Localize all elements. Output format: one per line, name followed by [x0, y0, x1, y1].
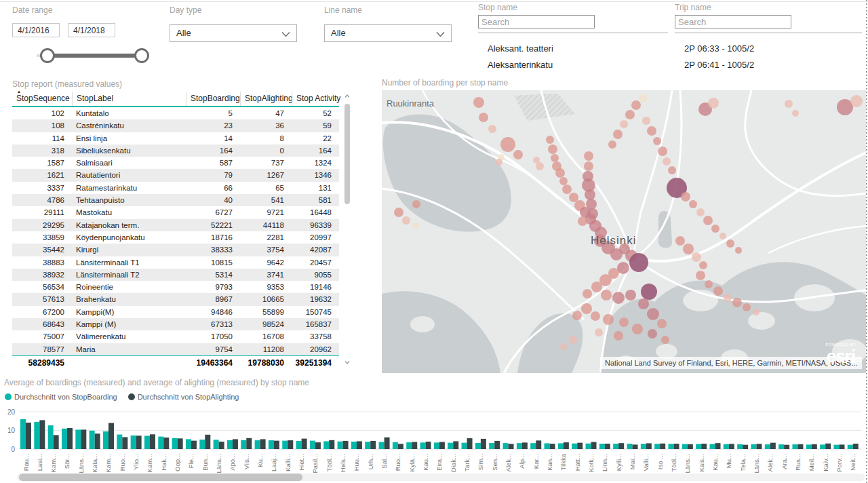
date-start-input[interactable] [12, 23, 60, 37]
bar-boarding[interactable] [613, 444, 618, 449]
bar-alighting[interactable] [329, 440, 334, 449]
bar-alighting[interactable] [288, 440, 293, 449]
map-bubble[interactable] [792, 110, 799, 117]
table-row[interactable]: 108Castréninkatu233659 [12, 119, 339, 132]
map-bubble[interactable] [513, 150, 523, 159]
map-bubble[interactable] [689, 200, 697, 208]
slider-handle-start[interactable] [40, 48, 55, 63]
map-bubble[interactable] [681, 192, 690, 201]
map-bubble[interactable] [726, 239, 734, 248]
bar-alighting[interactable] [412, 442, 417, 449]
scroll-up-icon[interactable] [344, 93, 351, 100]
map-bubble[interactable] [402, 216, 410, 225]
bar-alighting[interactable] [812, 444, 817, 449]
bar-boarding[interactable] [751, 444, 756, 449]
map-bubble[interactable] [675, 236, 685, 246]
map-bubble[interactable] [647, 308, 659, 320]
table-row[interactable]: 1587Salmisaari5877371324 [12, 157, 339, 169]
map-bubble[interactable] [629, 253, 648, 272]
bar-boarding[interactable] [296, 441, 302, 449]
bar-boarding[interactable] [724, 444, 729, 449]
scroll-down-icon[interactable] [344, 359, 351, 366]
bar-alighting[interactable] [274, 441, 279, 449]
map-bubble[interactable] [648, 329, 657, 339]
map-bubble[interactable] [647, 126, 656, 136]
map-bubble[interactable] [743, 303, 751, 311]
bar-alighting[interactable] [577, 443, 583, 449]
bar-alighting[interactable] [550, 444, 555, 449]
bar-boarding[interactable] [420, 442, 426, 449]
bar-alighting[interactable] [426, 442, 431, 449]
bar-boarding[interactable] [641, 444, 646, 449]
bar-boarding[interactable] [406, 442, 412, 449]
map-bubble[interactable] [560, 343, 567, 350]
bar-alighting[interactable] [357, 441, 362, 449]
bar-boarding[interactable] [682, 444, 688, 449]
bar-boarding[interactable] [462, 443, 467, 449]
bar-boarding[interactable] [393, 442, 398, 449]
map-bubble[interactable] [613, 130, 623, 139]
bar-boarding[interactable] [792, 444, 797, 449]
map-bubble[interactable] [488, 125, 496, 133]
bar-boarding[interactable] [310, 441, 315, 449]
map-bubble[interactable] [850, 95, 863, 107]
map-bubble[interactable] [578, 216, 587, 226]
table-row[interactable]: 33859Köydenpunojankatu18716228120997 [12, 231, 339, 244]
bar-boarding[interactable] [848, 445, 853, 449]
map-bubble[interactable] [642, 117, 650, 125]
bar-alighting[interactable] [509, 444, 514, 449]
bar-alighting[interactable] [633, 444, 638, 449]
table-row[interactable]: 68643Kamppi (M)6731398524165837 [12, 318, 339, 330]
bar-alighting[interactable] [246, 438, 252, 449]
bar-alighting[interactable] [674, 444, 679, 449]
bar-alighting[interactable] [108, 423, 114, 450]
column-header-stopboarding[interactable]: StopBoarding [186, 92, 240, 106]
bar-boarding[interactable] [255, 440, 260, 449]
bar-alighting[interactable] [439, 442, 445, 449]
bar-boarding[interactable] [503, 443, 509, 449]
map-bubble[interactable] [658, 147, 667, 156]
map-bubble[interactable] [548, 144, 557, 154]
bar-alighting[interactable] [122, 437, 127, 449]
bar-alighting[interactable] [494, 441, 500, 449]
map-bubble[interactable] [625, 290, 636, 301]
bar-boarding[interactable] [627, 444, 633, 449]
column-header-stopactivity[interactable]: Stop Activity [292, 92, 339, 106]
bar-alighting[interactable] [81, 429, 86, 449]
bar-alighting[interactable] [178, 438, 183, 449]
map-bubble[interactable] [584, 151, 593, 161]
table-row[interactable]: 102Kuntatalo54752 [12, 107, 339, 119]
bar-boarding[interactable] [103, 431, 108, 449]
bar-boarding[interactable] [696, 444, 701, 449]
map-bubble[interactable] [735, 247, 742, 254]
bar-alighting[interactable] [825, 444, 831, 449]
bar-boarding[interactable] [586, 444, 591, 449]
map-bubble[interactable] [683, 244, 694, 254]
bar-alighting[interactable] [564, 442, 569, 449]
table-row[interactable]: 67200Kamppi(M)9484655899150745 [12, 306, 339, 318]
map-canvas[interactable]: Ruukinranta Helsinki National Land Surve… [382, 90, 866, 373]
bar-boarding[interactable] [475, 443, 481, 449]
map-bubble[interactable] [612, 292, 625, 304]
bar-boarding[interactable] [20, 419, 26, 449]
map-bubble[interactable] [559, 177, 568, 185]
map-bubble[interactable] [608, 140, 616, 149]
chart-scrollbar[interactable] [17, 474, 865, 481]
bar-boarding[interactable] [545, 443, 550, 449]
table-row[interactable]: 38883Länsiterminaali T110815964220457 [12, 256, 339, 269]
map-bubble[interactable] [601, 290, 612, 301]
map-bubble[interactable] [696, 271, 705, 280]
table-row[interactable]: 29295Katajanokan term.522214411896339 [12, 219, 339, 231]
bar-alighting[interactable] [729, 444, 734, 449]
map-bubble[interactable] [732, 298, 742, 307]
bar-alighting[interactable] [467, 438, 473, 449]
bar-alighting[interactable] [67, 428, 73, 449]
map-bubble[interactable] [711, 225, 719, 233]
bar-boarding[interactable] [199, 440, 205, 449]
bar-alighting[interactable] [839, 444, 844, 449]
bar-alighting[interactable] [481, 439, 486, 449]
bar-alighting[interactable] [646, 443, 652, 449]
trip-name-item[interactable]: 2P 06:41 - 1005/2 [684, 57, 754, 73]
map-bubble[interactable] [614, 331, 623, 341]
map-bubble[interactable] [719, 233, 726, 239]
